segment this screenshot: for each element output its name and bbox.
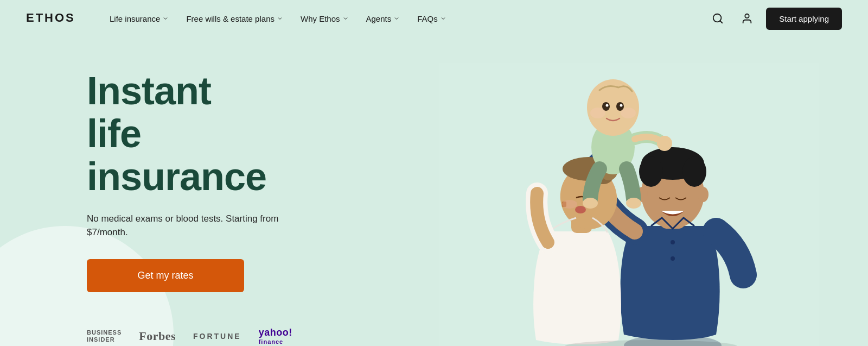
nav-items-list: Life insuranceFree wills & estate plansW… <box>102 10 454 28</box>
hero-section: Instant life insurance No medical exams … <box>0 37 868 346</box>
svg-point-22 <box>575 206 586 213</box>
hero-title: Instant life insurance <box>87 70 310 199</box>
brand-logo[interactable]: ETHOS <box>26 10 80 27</box>
account-icon <box>741 12 753 24</box>
navbar-actions: Start applying <box>707 8 842 30</box>
nav-item-label: Agents <box>366 14 392 23</box>
svg-point-33 <box>590 108 605 118</box>
nav-item-why-ethos[interactable]: Why Ethos <box>293 10 356 28</box>
svg-point-26 <box>626 198 641 209</box>
hero-image <box>391 37 868 346</box>
account-button[interactable] <box>737 8 757 29</box>
svg-point-35 <box>657 136 672 151</box>
nav-item-free-wills[interactable]: Free wills & estate plans <box>178 10 291 28</box>
nav-item-faqs[interactable]: FAQs <box>410 10 454 28</box>
svg-point-25 <box>583 198 598 209</box>
chevron-down-icon <box>342 15 349 22</box>
svg-point-12 <box>698 187 709 202</box>
press-logo-fortune: FORTUNE <box>193 332 241 341</box>
nav-menu: Life insuranceFree wills & estate plansW… <box>102 10 707 28</box>
svg-point-3 <box>745 14 749 18</box>
svg-point-31 <box>606 104 609 107</box>
search-icon <box>712 12 724 24</box>
hero-content: Instant life insurance No medical exams … <box>0 37 336 346</box>
press-logo-yahoo: yahoo! finance <box>259 327 292 346</box>
hero-title-line1: Instant <box>87 69 211 112</box>
svg-point-10 <box>682 156 706 187</box>
chevron-down-icon <box>393 15 400 22</box>
start-applying-button[interactable]: Start applying <box>766 8 842 30</box>
svg-line-2 <box>720 21 723 23</box>
family-illustration <box>439 63 819 346</box>
chevron-down-icon <box>277 15 283 22</box>
svg-point-34 <box>621 108 636 118</box>
nav-item-label: Why Ethos <box>301 14 340 23</box>
nav-item-label: Free wills & estate plans <box>186 14 275 23</box>
svg-point-14 <box>671 256 675 261</box>
svg-point-13 <box>671 240 675 244</box>
svg-point-28 <box>587 79 639 136</box>
chevron-down-icon <box>162 15 169 22</box>
nav-item-label: FAQs <box>417 14 438 23</box>
nav-item-label: Life insurance <box>110 14 160 23</box>
svg-point-9 <box>639 156 663 187</box>
press-logo-business-insider: BUSINESS INSIDER <box>87 329 122 343</box>
svg-point-23 <box>562 200 577 209</box>
press-logo-forbes: Forbes <box>139 329 176 343</box>
nav-item-life-insurance[interactable]: Life insurance <box>102 10 176 28</box>
hero-title-line2: life insurance <box>87 112 266 198</box>
nav-item-agents[interactable]: Agents <box>359 10 408 28</box>
chevron-down-icon <box>440 15 446 22</box>
search-button[interactable] <box>707 8 728 29</box>
get-rates-button[interactable]: Get my rates <box>87 259 244 292</box>
hero-subtitle: No medical exams or blood tests. Startin… <box>87 212 310 240</box>
navbar: ETHOS Life insuranceFree wills & estate … <box>0 0 868 37</box>
svg-text:ETHOS: ETHOS <box>26 11 75 24</box>
press-logos-section: BUSINESS INSIDER Forbes FORTUNE yahoo! f… <box>87 327 310 346</box>
svg-point-32 <box>620 104 623 107</box>
